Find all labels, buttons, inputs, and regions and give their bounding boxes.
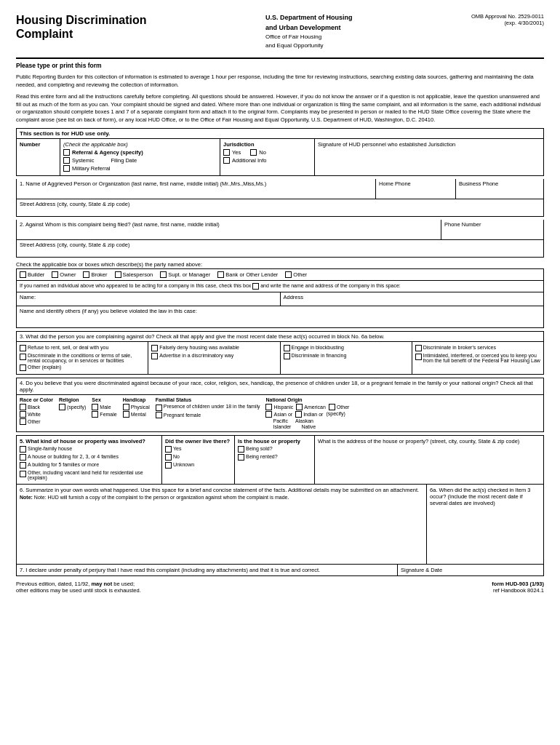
q5-no-label: No <box>173 454 180 459</box>
hud-cb-addinfo[interactable] <box>223 157 230 164</box>
cb-asian[interactable] <box>265 411 272 418</box>
q4-native-label: Native <box>301 424 316 429</box>
q7-label: 7. I declare under penalty of perjury th… <box>20 567 394 573</box>
cb-q3-other[interactable] <box>20 364 26 371</box>
cb-indian[interactable] <box>295 411 302 418</box>
q1-home-phone-input[interactable] <box>379 187 452 197</box>
cb-broker-svc[interactable] <box>415 345 422 351</box>
cb-other-prop[interactable] <box>20 471 26 477</box>
hud-juris-col: Jurisdiction Yes No Additional Info <box>220 139 315 175</box>
q1-biz-phone-label: Business Phone <box>459 180 540 187</box>
q5-col4: What is the address of the house or prop… <box>315 436 543 484</box>
q3-item-discriminate: Discriminate in the conditions or terms … <box>20 353 145 363</box>
cb-supt[interactable] <box>160 271 167 278</box>
q3-item-refuse: Refuse to rent, sell, or deal with you <box>20 345 145 351</box>
cb-broker[interactable] <box>83 271 89 278</box>
q4-national-row2: Asian or Indian or (specify) <box>265 411 349 418</box>
cb-white[interactable] <box>20 411 26 418</box>
cb-advertise[interactable] <box>151 353 158 359</box>
q1-label-col: 1. Name of Aggrieved Person or Organizat… <box>17 179 376 199</box>
cb-owner-yes[interactable] <box>165 446 172 453</box>
cb-other-party[interactable] <box>285 271 292 278</box>
cb-other-race[interactable] <box>20 418 26 425</box>
q3-blockbust-label: Engage in blockbusting <box>292 345 344 350</box>
q1-street: Street Address (city, county, State & zi… <box>16 199 544 217</box>
cb-owner-no[interactable] <box>165 454 172 461</box>
q3-col2: Falsely deny housing was available Adver… <box>148 342 280 374</box>
cb-pregnant[interactable] <box>156 412 162 418</box>
party-salesperson: Salesperson <box>115 271 153 278</box>
q4-physical-item: Physical <box>123 404 150 410</box>
q2-input[interactable] <box>20 228 438 238</box>
individual-text: If you named an individual above who app… <box>20 283 252 288</box>
q2-street: Street Address (city, county, State & zi… <box>16 240 544 258</box>
hud-addinfo-label: Additional Info <box>232 157 267 164</box>
cb-physical[interactable] <box>123 404 129 410</box>
q7-left: 7. I declare under penalty of perjury th… <box>17 565 398 575</box>
q5-5plus-label: A building for 5 families or more <box>28 462 99 467</box>
cb-blockbust[interactable] <box>284 345 290 351</box>
others-row: Name and identify others (if any) you be… <box>16 306 544 328</box>
q4-physical-label: Physical <box>131 405 150 410</box>
q5-2-4: A house or building for 2, 3, or 4 famil… <box>20 454 159 461</box>
q3-item-blockbust: Engage in blockbusting <box>284 345 409 351</box>
hud-cb-military[interactable] <box>63 165 70 172</box>
q1-row: 1. Name of Aggrieved Person or Organizat… <box>16 179 544 199</box>
cb-intimidate[interactable] <box>415 354 422 360</box>
party-salesperson-label: Salesperson <box>123 271 153 278</box>
q5-sold-label: Being sold? <box>246 446 273 451</box>
cb-builder[interactable] <box>20 271 26 278</box>
q4-body: Race or Color Black White Other Religion… <box>17 395 543 431</box>
hud-cb-yes[interactable] <box>223 149 230 156</box>
cb-hispanic[interactable] <box>265 404 272 410</box>
hud-section-body: Number (Check the applicable box) Referr… <box>17 139 543 175</box>
footer-right: form HUD-903 (1/93) ref Handbook 8024.1 <box>492 581 544 594</box>
q1-biz-phone-input[interactable] <box>459 187 540 197</box>
q7-section: 7. I declare under penalty of perjury th… <box>16 565 544 576</box>
hud-cb-systemic[interactable] <box>63 157 70 164</box>
cb-black[interactable] <box>20 404 26 410</box>
q2-phone-input[interactable] <box>444 228 540 238</box>
cb-female[interactable] <box>92 411 98 418</box>
q7-sig-label: Signature & Date <box>401 567 540 573</box>
q5-2-4-label: A house or building for 2, 3, or 4 famil… <box>28 454 119 459</box>
hud-cb-referral[interactable] <box>63 149 70 156</box>
cb-owner[interactable] <box>52 271 58 278</box>
q5-col1: 5. What kind of house or property was in… <box>17 436 162 484</box>
instructions-para1: Public Reporting Burden for this collect… <box>16 73 544 89</box>
hud-check-col: (Check the applicable box) Referral & Ag… <box>60 139 220 175</box>
cb-american[interactable] <box>296 404 303 410</box>
q4-sex-group: Sex Male Female <box>92 397 116 429</box>
cb-single[interactable] <box>20 446 26 453</box>
cb-children[interactable] <box>156 405 162 411</box>
omb-line1: OMB Approval No. 2529-0011 <box>471 13 544 20</box>
q5-section: 5. What kind of house or property was in… <box>16 435 544 485</box>
cb-discriminate[interactable] <box>20 354 26 360</box>
cb-male[interactable] <box>92 404 98 410</box>
q4-children-label: Presence of children under 18 in the fam… <box>164 404 260 409</box>
q2-phone-col: Phone Number <box>441 220 543 239</box>
dept-line1: U.S. Department of Housing <box>265 13 353 23</box>
cb-sold[interactable] <box>238 446 244 453</box>
cb-owner-unknown[interactable] <box>165 462 172 469</box>
cb-5plus[interactable] <box>20 462 26 469</box>
q3-item-broker-svc: Discriminate in broker's services <box>415 345 540 351</box>
cb-2-4[interactable] <box>20 454 26 461</box>
cb-refuse[interactable] <box>20 345 26 351</box>
cb-financing[interactable] <box>284 353 290 359</box>
cb-falsely[interactable] <box>151 345 158 351</box>
cb-mental[interactable] <box>123 411 129 418</box>
cb-individual[interactable] <box>252 283 259 290</box>
cb-rented[interactable] <box>238 454 244 461</box>
hud-cb-no[interactable] <box>250 149 257 156</box>
cb-other-national[interactable] <box>329 404 335 410</box>
q4-race-title: Race or Color <box>20 397 53 402</box>
cb-bank[interactable] <box>217 271 224 278</box>
cb-religion[interactable] <box>59 404 65 410</box>
q3-col3: Engage in blockbusting Discriminate in f… <box>281 342 412 374</box>
q3-item-financing: Discriminate in financing <box>284 353 409 359</box>
q4-religion-title: Religion <box>59 397 86 402</box>
cb-salesperson[interactable] <box>115 271 121 278</box>
q1-input[interactable] <box>20 187 372 197</box>
q4-pregnant-item: Pregnant female <box>156 412 260 418</box>
